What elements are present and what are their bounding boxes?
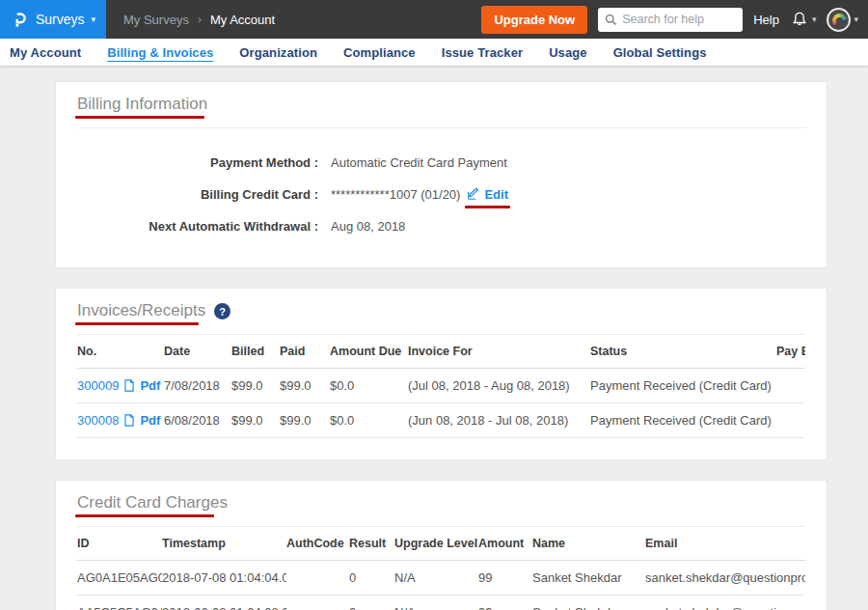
charge-upgrade-level: N/A (394, 561, 478, 596)
edit-icon (467, 187, 480, 201)
charges-title: Credit Card Charges (77, 493, 228, 513)
tab-global-settings[interactable]: Global Settings (613, 45, 707, 60)
charge-email: sanket.shekdar@questionpro.com (645, 596, 805, 610)
billing-info-rows: Payment Method : Automatic Credit Card P… (77, 128, 805, 267)
col-id: ID (77, 527, 162, 561)
charge-result: 0 (349, 596, 394, 610)
charges-header: Credit Card Charges (77, 481, 805, 527)
annotation-underline (465, 206, 510, 208)
upgrade-now-button[interactable]: Upgrade Now (481, 6, 587, 34)
col-billed: Billed (231, 335, 280, 369)
help-icon[interactable]: ? (214, 303, 231, 319)
edit-card-control[interactable]: Edit (467, 187, 508, 202)
charge-id: AG0A1E05AG0A (77, 561, 162, 596)
payment-method-value: Automatic Credit Card Payment (331, 155, 507, 170)
help-link[interactable]: Help (753, 13, 779, 27)
table-row: AA5C5C5AG0A 2018-06-08 01:04:08.0 0 N/A … (77, 596, 805, 610)
invoice-period: (Jun 08, 2018 - Jul 08, 2018) (408, 403, 590, 438)
invoices-title: Invoices/Receipts (77, 301, 205, 320)
charge-authcode (286, 561, 349, 596)
credit-card-charges-card: Credit Card Charges ID Timestamp AuthCod… (55, 480, 827, 610)
pdf-file-icon (123, 379, 135, 392)
invoice-paid: $99.0 (280, 403, 330, 438)
invoice-amount-due: $0.0 (330, 403, 408, 438)
breadcrumb-separator-icon: › (198, 13, 202, 26)
chevron-down-icon: ▾ (854, 15, 858, 24)
pdf-link[interactable]: Pdf (140, 413, 160, 428)
charge-amount: 99 (478, 596, 532, 610)
charge-name: Sanket Shekdar (532, 596, 645, 610)
col-amount-due: Amount Due (330, 335, 408, 369)
payment-method-label: Payment Method : (77, 155, 318, 170)
account-menu[interactable]: ▾ (827, 8, 858, 32)
topbar-right: Upgrade Now Help ▾ ▾ (481, 6, 868, 34)
table-row: 300009 Pdf 7/08/2018 $99.0 $99.0 $0.0 (J… (77, 369, 805, 403)
invoice-billed: $99.0 (231, 403, 280, 438)
tab-compliance[interactable]: Compliance (343, 45, 416, 60)
invoice-number-link[interactable]: 300009 (77, 378, 119, 393)
col-date: Date (164, 335, 231, 369)
invoices-header: Invoices/Receipts ? (77, 289, 805, 335)
col-status: Status (590, 335, 776, 369)
search-icon (605, 14, 617, 26)
questionpro-logo-icon (11, 11, 29, 29)
tab-usage[interactable]: Usage (549, 45, 587, 60)
invoice-number-link[interactable]: 300008 (77, 413, 119, 428)
table-row: AG0A1E05AG0A 2018-07-08 01:04:04.0 0 N/A… (77, 561, 805, 596)
invoice-pay-by (776, 403, 805, 438)
top-bar: Surveys ▾ My Surveys › My Account Upgrad… (0, 0, 868, 39)
table-row: 300008 Pdf 6/08/2018 $99.0 $99.0 $0.0 (J… (77, 403, 805, 438)
invoices-receipts-card: Invoices/Receipts ? No. Date Billed Paid (55, 288, 827, 460)
invoice-paid: $99.0 (280, 369, 330, 403)
charge-email: sanket.shekdar@questionpro.com (645, 561, 805, 596)
annotation-underline (75, 322, 199, 325)
col-name: Name (532, 527, 645, 561)
bell-icon (790, 10, 809, 29)
tab-my-account[interactable]: My Account (10, 45, 81, 60)
billing-credit-card-value: ************1007 (01/20) Edit (331, 187, 508, 202)
charge-timestamp: 2018-06-08 01:04:08.0 (162, 596, 286, 610)
edit-link[interactable]: Edit (484, 187, 508, 202)
charge-authcode (286, 596, 349, 610)
notifications-menu[interactable]: ▾ (790, 10, 817, 29)
col-email: Email (645, 527, 805, 561)
product-label: Surveys (36, 12, 85, 27)
charge-name: Sanket Shekdar (532, 561, 645, 596)
charges-header-row: ID Timestamp AuthCode Result Upgrade Lev… (77, 527, 805, 561)
invoice-period: (Jul 08, 2018 - Aug 08, 2018) (408, 369, 590, 403)
billing-information-header: Billing Information (77, 82, 805, 128)
col-authcode: AuthCode (286, 527, 349, 561)
chevron-down-icon: ▾ (92, 15, 96, 24)
invoice-date: 7/08/2018 (164, 369, 231, 403)
pdf-link[interactable]: Pdf (140, 378, 160, 393)
tab-organization[interactable]: Organization (239, 45, 317, 60)
invoices-header-row: No. Date Billed Paid Amount Due Invoice … (77, 335, 805, 369)
breadcrumb-parent[interactable]: My Surveys (123, 13, 189, 27)
breadcrumb: My Surveys › My Account (123, 13, 275, 27)
col-paid: Paid (280, 335, 330, 369)
billing-information-title: Billing Information (77, 95, 207, 114)
col-no: No. (77, 335, 164, 369)
product-switcher[interactable]: Surveys ▾ (0, 0, 106, 39)
col-pay-by: Pay By (776, 335, 805, 369)
col-invoice-for: Invoice For (408, 335, 590, 369)
col-amount: Amount (478, 527, 532, 561)
billing-credit-card-row: Billing Credit Card : ************1007 (… (77, 184, 805, 204)
charge-result: 0 (349, 561, 394, 596)
invoice-date: 6/08/2018 (164, 403, 231, 438)
gauge-icon (832, 14, 847, 28)
charges-table: ID Timestamp AuthCode Result Upgrade Lev… (77, 527, 805, 610)
col-timestamp: Timestamp (162, 527, 286, 561)
charge-amount: 99 (478, 561, 532, 596)
charge-id: AA5C5C5AG0A (77, 596, 162, 610)
charge-upgrade-level: N/A (394, 596, 478, 610)
payment-method-row: Payment Method : Automatic Credit Card P… (77, 152, 805, 172)
help-search-box[interactable] (598, 8, 743, 32)
invoice-status: Payment Received (Credit Card) (590, 369, 776, 403)
tab-billing-invoices[interactable]: Billing & Invoices (107, 45, 213, 60)
search-input[interactable] (622, 13, 736, 26)
page-body: Billing Information Payment Method : Aut… (0, 67, 868, 610)
charge-timestamp: 2018-07-08 01:04:04.0 (162, 561, 286, 596)
masked-card-number: ************1007 (01/20) (331, 187, 460, 202)
tab-issue-tracker[interactable]: Issue Tracker (442, 45, 523, 60)
